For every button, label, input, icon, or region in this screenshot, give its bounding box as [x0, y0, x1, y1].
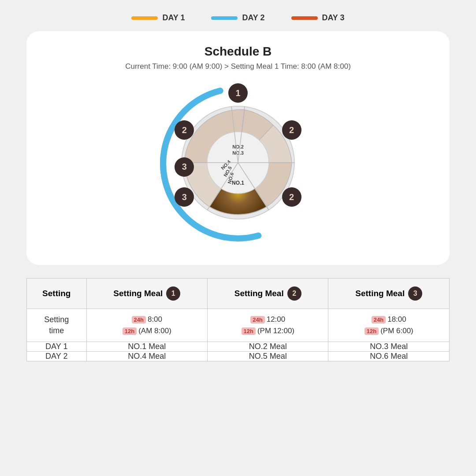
feeder-device: NO.2 NO.3 NO.4 NO.5 NO.6 NO.1	[176, 101, 300, 226]
schedule-card: Schedule B Current Time: 9:00 (AM 9:00) …	[26, 31, 450, 265]
schedule-table: Setting Setting Meal 1 Setting Meal 2 Se…	[26, 278, 450, 361]
day2-meal1: NO.4 Meal	[86, 352, 207, 361]
day1-meal3: NO.3 Meal	[328, 342, 450, 352]
legend: DAY 1 DAY 2 DAY 3	[131, 13, 344, 22]
legend-line-day3	[291, 16, 318, 20]
meal1-24h-time: 8:00	[148, 315, 162, 324]
meal-badge-2-topright: 2	[282, 120, 301, 140]
meal-circle-3: 3	[408, 286, 422, 301]
svg-text:NO.1: NO.1	[232, 180, 244, 186]
meal1-12h-time: (AM 8:00)	[138, 327, 171, 335]
badge-12h-3: 12h	[364, 327, 379, 335]
table-row-setting-time: Settingtime 24h 8:00 12h (AM 8:00) 24	[27, 309, 450, 342]
legend-line-day2	[211, 16, 238, 20]
badge-24h-1: 24h	[132, 316, 146, 324]
meal3-24h-time: 18:00	[387, 315, 406, 324]
day2-label: DAY 2	[27, 352, 87, 361]
legend-line-day1	[131, 16, 158, 20]
schedule-subtitle: Current Time: 9:00 (AM 9:00) > Setting M…	[125, 62, 351, 71]
meal-circle-2: 2	[287, 286, 301, 301]
day1-meal1: NO.1 Meal	[86, 342, 207, 352]
meal-badge-3-topleft: 2	[175, 120, 194, 140]
meal-badge-2-bottomright: 2	[282, 187, 301, 207]
schedule-title: Schedule B	[205, 45, 271, 59]
table-header-row: Setting Setting Meal 1 Setting Meal 2 Se…	[27, 279, 450, 309]
th-setting: Setting	[27, 279, 87, 309]
table-row-day1: DAY 1 NO.1 Meal NO.2 Meal NO.3 Meal	[27, 342, 450, 352]
day2-meal2: NO.5 Meal	[208, 352, 328, 361]
meal-badge-3-bottomleft: 3	[175, 187, 194, 207]
meal3-time-cell: 24h 18:00 12h (PM 6:00)	[328, 309, 450, 342]
meal1-time-cell: 24h 8:00 12h (AM 8:00)	[86, 309, 207, 342]
badge-24h-2: 24h	[250, 316, 264, 324]
legend-label-day1: DAY 1	[162, 13, 185, 22]
badge-12h-1: 12h	[123, 327, 137, 335]
table-row-day2: DAY 2 NO.4 Meal NO.5 Meal NO.6 Meal	[27, 352, 450, 361]
meal-badge-3-left: 3	[175, 157, 194, 177]
svg-text:NO.2: NO.2	[232, 144, 244, 149]
meal-badge-1: 1	[228, 83, 248, 103]
th-meal1: Setting Meal 1	[86, 279, 207, 309]
legend-label-day2: DAY 2	[242, 13, 264, 22]
legend-day1: DAY 1	[131, 13, 185, 22]
badge-12h-2: 12h	[242, 327, 256, 335]
badge-24h-3: 24h	[372, 316, 386, 324]
th-meal2: Setting Meal 2	[208, 279, 328, 309]
legend-label-day3: DAY 3	[322, 13, 345, 22]
meal3-12h-time: (PM 6:00)	[380, 327, 413, 335]
day1-meal2: NO.2 Meal	[208, 342, 328, 352]
feeder-svg: NO.2 NO.3 NO.4 NO.5 NO.6 NO.1	[176, 101, 300, 224]
meal2-time-cell: 24h 12:00 12h (PM 12:00)	[208, 309, 328, 342]
day2-meal3: NO.6 Meal	[328, 352, 450, 361]
th-meal3: Setting Meal 3	[328, 279, 450, 309]
meal2-24h-time: 12:00	[267, 315, 286, 324]
legend-day3: DAY 3	[291, 13, 345, 22]
meal2-12h-time: (PM 12:00)	[257, 327, 294, 335]
svg-text:NO.3: NO.3	[232, 150, 244, 156]
day1-label: DAY 1	[27, 342, 87, 352]
meal-circle-1: 1	[166, 286, 180, 301]
legend-day2: DAY 2	[211, 13, 264, 22]
setting-time-label: Settingtime	[27, 309, 87, 342]
circle-diagram: NO.2 NO.3 NO.4 NO.5 NO.6 NO.1 1 2 2	[154, 80, 322, 247]
